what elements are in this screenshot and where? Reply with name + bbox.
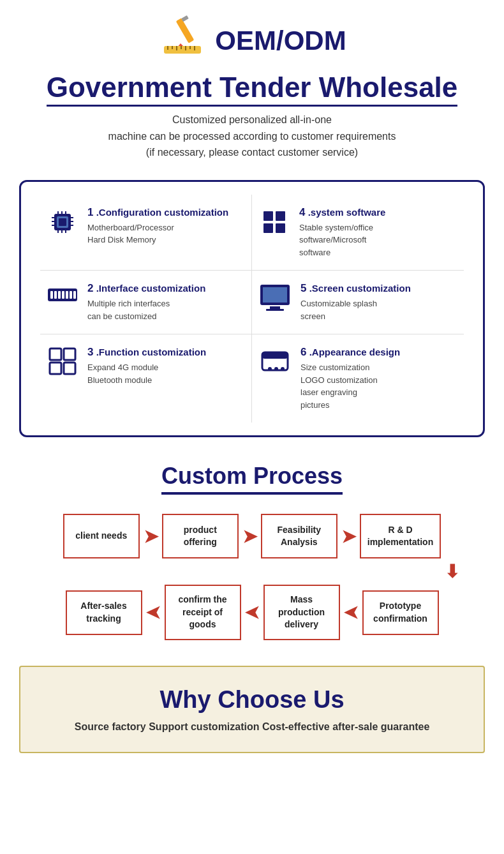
svg-rect-31 — [50, 291, 53, 299]
item-title-6: 6 .Appearance design — [300, 346, 400, 359]
custom-text-6: 6 .Appearance design Size customizationL… — [300, 346, 400, 411]
pencil-ruler-icon — [158, 13, 209, 69]
svg-rect-26 — [263, 211, 273, 221]
custom-text-4: 4 .system software Stable system/offices… — [299, 206, 385, 259]
customization-box: 1 .Configuration customization Motherboa… — [19, 180, 485, 438]
why-subtitle: Source factory Support customization Cos… — [33, 721, 471, 733]
why-section: Why Choose Us Source factory Support cus… — [19, 666, 485, 753]
item-title-3: 3 .Function customization — [87, 346, 206, 359]
svg-rect-10 — [194, 46, 195, 50]
customization-grid: 1 .Configuration customization Motherboa… — [40, 195, 464, 423]
item-desc-6: Size customizationLOGO customizationlase… — [300, 361, 400, 411]
custom-item-1: 1 .Configuration customization Motherboa… — [40, 195, 252, 271]
svg-rect-4 — [167, 46, 168, 50]
svg-rect-43 — [64, 348, 75, 360]
item-desc-5: Customizable splashscreen — [300, 297, 411, 322]
item-desc-2: Multiple rich interfacescan be customize… — [87, 297, 205, 322]
custom-text-5: 5 .Screen customization Customizable spl… — [300, 282, 411, 322]
why-title: Why Choose Us — [33, 686, 471, 714]
windows-icon — [258, 206, 290, 244]
svg-rect-28 — [263, 223, 273, 233]
custom-text-2: 2 .Interface customization Multiple rich… — [87, 282, 205, 322]
svg-rect-44 — [50, 363, 61, 374]
custom-item-4: 4 .system software Stable system/offices… — [252, 195, 464, 271]
item-desc-4: Stable system/officesoftware/Microsoftso… — [299, 221, 385, 259]
arrow-left-1: ➤ — [146, 602, 161, 623]
device-icon — [258, 346, 292, 385]
process-title: Custom Process — [161, 463, 343, 495]
process-box-mass-production: Massproductiondelivery — [263, 585, 340, 640]
svg-point-48 — [268, 367, 272, 371]
process-box-client-needs: client needs — [63, 514, 140, 558]
item-desc-1: Motherboard/ProcessorHard Disk Memory — [87, 221, 228, 246]
item-title-1: 1 .Configuration customization — [87, 206, 228, 219]
item-desc-3: Expand 4G moduleBluetooth module — [87, 361, 206, 386]
arrow-right-3: ➤ — [341, 526, 356, 547]
svg-rect-27 — [276, 211, 285, 221]
item-title-4: 4 .system software — [299, 206, 385, 219]
interface-icon — [47, 282, 78, 313]
svg-rect-6 — [176, 46, 177, 50]
function-icon — [47, 346, 78, 382]
svg-rect-29 — [276, 223, 285, 233]
svg-rect-35 — [66, 291, 68, 299]
svg-rect-40 — [270, 306, 280, 309]
svg-rect-47 — [262, 352, 288, 359]
svg-rect-7 — [181, 46, 182, 49]
process-row-1: client needs ➤ productoffering ➤ Feasibi… — [19, 514, 485, 558]
header-subtitle: Customized personalized all-in-one machi… — [19, 112, 485, 161]
arrow-right-2: ➤ — [242, 526, 257, 547]
arrow-right-1: ➤ — [144, 526, 158, 547]
oem-title: OEM/ODM — [215, 26, 346, 56]
process-box-rd: R & Dimplementation — [360, 514, 441, 558]
arrow-left-2: ➤ — [245, 602, 260, 623]
svg-point-49 — [274, 367, 278, 371]
gov-title: Government Tender Wholesale — [47, 71, 458, 107]
svg-rect-45 — [64, 363, 75, 374]
custom-item-6: 6 .Appearance design Size customizationL… — [252, 334, 464, 423]
arrow-down: ⬇ — [19, 561, 485, 582]
svg-point-50 — [281, 367, 285, 371]
custom-text-3: 3 .Function customization Expand 4G modu… — [87, 346, 206, 386]
custom-item-5: 5 .Screen customization Customizable spl… — [252, 271, 464, 334]
chip-icon — [47, 206, 78, 244]
custom-text-1: 1 .Configuration customization Motherboa… — [87, 206, 228, 246]
process-section: Custom Process client needs ➤ productoff… — [0, 450, 504, 653]
svg-rect-37 — [73, 291, 76, 299]
process-box-confirm: confirm thereceipt ofgoods — [165, 585, 241, 640]
svg-rect-8 — [185, 46, 186, 50]
svg-rect-32 — [54, 291, 57, 299]
process-box-prototype: Prototypeconfirmation — [362, 590, 439, 635]
svg-rect-13 — [59, 218, 66, 226]
svg-rect-42 — [50, 348, 61, 360]
svg-rect-0 — [176, 18, 195, 43]
custom-item-2: 2 .Interface customization Multiple rich… — [40, 271, 252, 334]
header-top: OEM/ODM — [19, 13, 485, 69]
process-box-product-offering: productoffering — [162, 514, 239, 558]
svg-rect-34 — [62, 291, 64, 299]
process-box-feasibility: FeasibilityAnalysis — [261, 514, 337, 558]
svg-rect-5 — [172, 46, 173, 49]
process-row-2: After-salestracking ➤ confirm thereceipt… — [19, 585, 485, 640]
svg-rect-33 — [58, 291, 61, 299]
svg-rect-36 — [70, 291, 72, 299]
custom-item-3: 3 .Function customization Expand 4G modu… — [40, 334, 252, 423]
svg-rect-39 — [263, 287, 287, 303]
item-title-5: 5 .Screen customization — [300, 282, 411, 295]
arrow-left-3: ➤ — [344, 602, 359, 623]
process-box-aftersales: After-salestracking — [66, 590, 142, 635]
svg-rect-3 — [164, 46, 201, 54]
header-section: OEM/ODM Government Tender Wholesale Cust… — [0, 0, 504, 167]
svg-rect-9 — [189, 46, 191, 49]
monitor-icon — [258, 282, 292, 320]
svg-rect-41 — [266, 309, 284, 311]
item-title-2: 2 .Interface customization — [87, 282, 205, 295]
